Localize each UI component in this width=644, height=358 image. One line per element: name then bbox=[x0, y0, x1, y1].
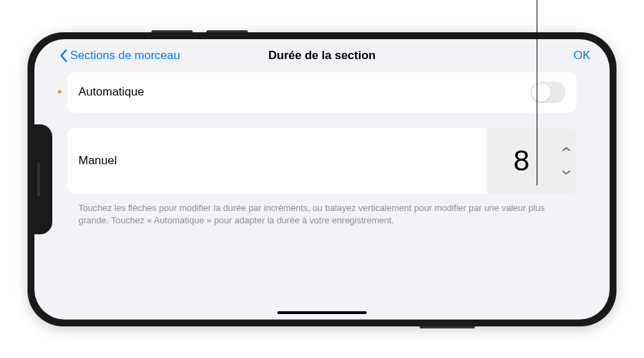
page-title: Durée de la section bbox=[268, 49, 376, 63]
home-indicator[interactable] bbox=[277, 311, 367, 314]
stepper-arrows bbox=[556, 128, 577, 194]
back-button[interactable]: Sections de morceau bbox=[59, 49, 180, 63]
manual-row: Manuel 8 bbox=[67, 128, 577, 194]
stepper-value[interactable]: 8 bbox=[487, 128, 556, 194]
callout-line bbox=[537, 0, 537, 186]
manual-label: Manuel bbox=[67, 128, 128, 194]
screen: Sections de morceau Durée de la section … bbox=[34, 39, 610, 320]
help-text: Touchez les flèches pour modifier la dur… bbox=[67, 202, 577, 227]
recording-indicator-icon bbox=[58, 90, 61, 93]
automatic-row: Automatique bbox=[67, 72, 577, 113]
phone-hardware-button bbox=[206, 30, 248, 32]
ok-button[interactable]: OK bbox=[573, 49, 590, 63]
content-area: Automatique Manuel 8 bbox=[34, 72, 610, 227]
back-label: Sections de morceau bbox=[70, 49, 180, 63]
toggle-knob bbox=[532, 83, 550, 102]
chevron-down-icon[interactable] bbox=[561, 170, 571, 175]
quantity-stepper[interactable]: 8 bbox=[487, 128, 577, 194]
notch bbox=[34, 124, 52, 234]
chevron-up-icon[interactable] bbox=[561, 146, 571, 152]
phone-frame: Sections de morceau Durée de la section … bbox=[28, 32, 616, 326]
phone-hardware-button bbox=[151, 30, 193, 32]
nav-header: Sections de morceau Durée de la section … bbox=[34, 39, 610, 72]
automatic-label: Automatique bbox=[78, 85, 144, 99]
automatic-toggle[interactable] bbox=[530, 82, 566, 103]
speaker bbox=[37, 162, 40, 197]
chevron-left-icon bbox=[59, 49, 67, 63]
phone-hardware-button bbox=[420, 326, 475, 328]
